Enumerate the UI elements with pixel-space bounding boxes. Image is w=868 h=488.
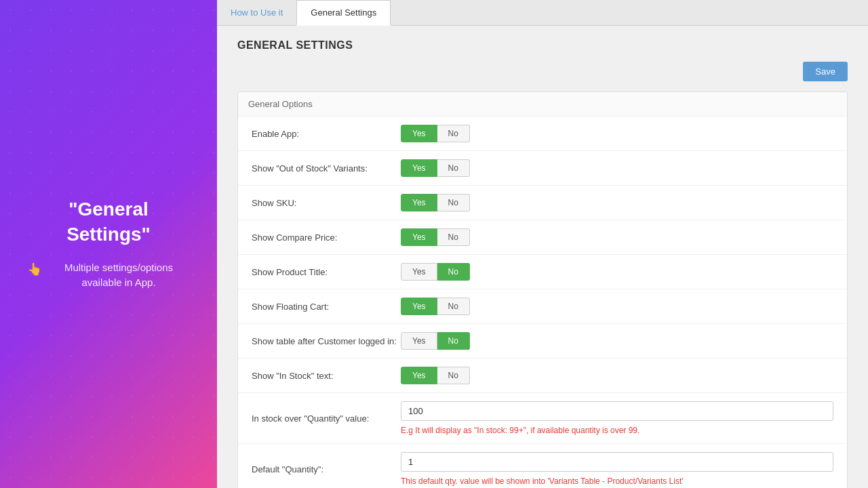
setting-label: Show SKU:: [252, 198, 401, 208]
toggle-yes-button[interactable]: Yes: [401, 332, 437, 350]
setting-control: YesNo: [401, 263, 833, 281]
toggle-yes-button[interactable]: Yes: [401, 159, 437, 177]
setting-label: Show "In Stock" text:: [252, 371, 401, 381]
toggle-group: YesNo: [401, 367, 833, 384]
setting-row: Show "In Stock" text:YesNo: [238, 359, 847, 393]
toggle-no-button[interactable]: No: [437, 367, 470, 384]
setting-label: Show table after Customer logged in:: [252, 336, 401, 346]
toggle-no-button[interactable]: No: [437, 263, 470, 281]
text-input[interactable]: [401, 401, 833, 421]
setting-label: Enable App:: [252, 129, 401, 139]
options-panel: General Options Enable App:YesNoShow "Ou…: [237, 92, 848, 488]
toggle-group: YesNo: [401, 298, 833, 315]
tab-bar: How to Use it General Settings: [217, 0, 868, 26]
setting-row: In stock over "Quantity" value:E.g It wi…: [238, 393, 847, 444]
main-area: How to Use it General Settings GENERAL S…: [217, 0, 868, 488]
toggle-yes-button[interactable]: Yes: [401, 228, 437, 246]
setting-row: Default "Quantity":This default qty. val…: [238, 444, 847, 488]
setting-label: Show Product Title:: [252, 267, 401, 277]
setting-label: Show Compare Price:: [252, 232, 401, 243]
tab-general-settings[interactable]: General Settings: [296, 0, 391, 26]
toggle-no-button[interactable]: No: [437, 125, 470, 142]
sidebar-subtitle-text: Multiple settings/options available in A…: [47, 260, 190, 291]
settings-container: Enable App:YesNoShow "Out of Stock" Vari…: [238, 117, 847, 488]
setting-row: Show "Out of Stock" Variants:YesNo: [238, 151, 847, 186]
setting-row: Show Floating Cart:YesNo: [238, 289, 847, 324]
tab-how-to-use[interactable]: How to Use it: [217, 0, 296, 26]
sidebar: "General Settings" 👆 Multiple settings/o…: [0, 0, 217, 488]
save-button[interactable]: Save: [803, 62, 848, 81]
content-area: GENERAL SETTINGS Save General Options En…: [217, 26, 868, 488]
setting-row: Enable App:YesNo: [238, 117, 847, 151]
hint-text: This default qty. value will be shown in…: [401, 476, 833, 486]
panel-header: General Options: [238, 92, 847, 117]
setting-control: YesNo: [401, 194, 833, 211]
setting-control: This default qty. value will be shown in…: [401, 452, 833, 486]
setting-row: Show Compare Price:YesNo: [238, 220, 847, 255]
toggle-no-button[interactable]: No: [437, 194, 470, 211]
setting-control: YesNo: [401, 298, 833, 315]
setting-control: YesNo: [401, 332, 833, 350]
toggle-group: YesNo: [401, 194, 833, 211]
toggle-no-button[interactable]: No: [437, 228, 470, 246]
setting-control: YesNo: [401, 159, 833, 177]
setting-control: E.g It will display as "In stock: 99+", …: [401, 401, 833, 435]
toggle-group: YesNo: [401, 125, 833, 142]
toggle-group: YesNo: [401, 228, 833, 246]
toggle-group: YesNo: [401, 263, 833, 281]
toggle-no-button[interactable]: No: [437, 159, 470, 177]
sidebar-content: "General Settings" 👆 Multiple settings/o…: [27, 197, 190, 291]
toggle-yes-button[interactable]: Yes: [401, 194, 437, 211]
toggle-yes-button[interactable]: Yes: [401, 298, 437, 315]
sidebar-title: "General Settings": [27, 197, 190, 247]
toggle-group: YesNo: [401, 332, 833, 350]
setting-label: Show Floating Cart:: [252, 302, 401, 312]
sidebar-subtitle: 👆 Multiple settings/options available in…: [27, 260, 190, 291]
toggle-yes-button[interactable]: Yes: [401, 263, 437, 281]
toggle-group: YesNo: [401, 159, 833, 177]
setting-row: Show table after Customer logged in:YesN…: [238, 324, 847, 359]
setting-control: YesNo: [401, 125, 833, 142]
setting-control: YesNo: [401, 228, 833, 246]
pointer-icon: 👆: [27, 260, 42, 279]
text-input[interactable]: [401, 452, 833, 472]
setting-label: Default "Quantity":: [252, 464, 401, 474]
setting-label: In stock over "Quantity" value:: [252, 413, 401, 424]
setting-row: Show Product Title:YesNo: [238, 255, 847, 289]
toggle-no-button[interactable]: No: [437, 332, 470, 350]
save-row: Save: [237, 62, 848, 81]
setting-label: Show "Out of Stock" Variants:: [252, 163, 401, 174]
hint-text: E.g It will display as "In stock: 99+", …: [401, 426, 833, 435]
toggle-no-button[interactable]: No: [437, 298, 470, 315]
toggle-yes-button[interactable]: Yes: [401, 367, 437, 384]
toggle-yes-button[interactable]: Yes: [401, 125, 437, 142]
page-title: GENERAL SETTINGS: [237, 39, 848, 52]
setting-control: YesNo: [401, 367, 833, 384]
setting-row: Show SKU:YesNo: [238, 186, 847, 220]
